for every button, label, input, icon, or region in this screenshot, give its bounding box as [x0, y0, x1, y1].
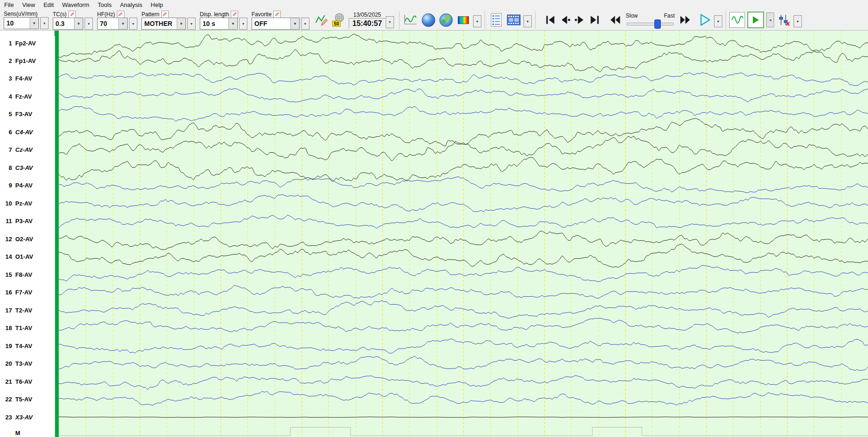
topography-globe-icon[interactable]: [438, 12, 454, 28]
channel-row[interactable]: 23X3-AV: [0, 413, 55, 421]
menu-item-waveform[interactable]: Waveform: [58, 0, 93, 9]
speed-slider-handle[interactable]: [654, 19, 661, 29]
channel-row[interactable]: 3F4-AV: [0, 75, 55, 83]
settings-mini-dropdown[interactable]: ▼: [794, 15, 802, 27]
time-mini-dropdown[interactable]: ▼: [386, 16, 394, 28]
channel-row[interactable]: 16F7-AV: [0, 288, 55, 297]
sens-label: Sens(uV/mm): [4, 11, 37, 17]
tc-combobox[interactable]: 0.3 ▼: [53, 18, 83, 30]
tc-mini-dropdown[interactable]: ▼: [85, 18, 93, 30]
channel-label: T4-AV: [15, 343, 32, 350]
channel-row[interactable]: 19T4-AV: [0, 342, 55, 350]
play-button[interactable]: [696, 12, 714, 28]
speed-slider-track[interactable]: [626, 19, 675, 28]
edit-pencil-icon[interactable]: [231, 11, 238, 18]
channel-row[interactable]: 5F3-AV: [0, 110, 55, 119]
channel-row[interactable]: 17T2-AV: [0, 306, 55, 314]
chevron-down-icon[interactable]: ▼: [30, 18, 38, 29]
hf-mini-dropdown[interactable]: ▼: [129, 18, 137, 30]
play-mini-dropdown[interactable]: ▼: [714, 15, 722, 27]
hf-label: HF(Hz): [97, 11, 115, 18]
montage-marker-strip: [55, 30, 59, 437]
trend-wave-button[interactable]: [403, 12, 419, 28]
edit-pencil-icon[interactable]: [273, 11, 281, 18]
channel-row[interactable]: 18T1-AV: [0, 324, 55, 332]
toolbar: Sens(uV/mm) 10 ▼ ▼ TC(s) 0.3 ▼ ▼ HF(Hz): [0, 10, 868, 31]
disp-length-combobox[interactable]: 10 s ▼: [200, 18, 238, 30]
chevron-down-icon[interactable]: ▼: [290, 18, 299, 29]
skip-to-end-button[interactable]: [588, 13, 602, 27]
menu-item-file[interactable]: File: [0, 0, 18, 9]
fast-forward-button[interactable]: [678, 13, 692, 27]
chevron-down-icon[interactable]: ▼: [177, 18, 185, 29]
video-mini-dropdown[interactable]: ▼: [523, 15, 532, 27]
edit-pencil-icon[interactable]: [68, 11, 76, 18]
edit-pencil-icon[interactable]: [117, 11, 124, 18]
channel-number: 22: [0, 396, 12, 403]
channel-row[interactable]: 6C4-AV: [0, 128, 55, 136]
menu-item-tools[interactable]: Tools: [93, 0, 116, 9]
channel-row[interactable]: 15F8-AV: [0, 270, 55, 279]
channel-number: 23: [0, 414, 12, 421]
time-display: 15:40:57: [349, 18, 386, 29]
favorite-mini-dropdown[interactable]: ▼: [301, 18, 309, 30]
menu-bar: FileViewEditWaveformToolsAnalysisHelp: [0, 0, 868, 10]
edit-pencil-icon[interactable]: [161, 11, 169, 18]
notch-filter-50hz-button[interactable]: 50: [331, 12, 347, 28]
chevron-down-icon[interactable]: ▼: [74, 18, 83, 29]
annotation-list-button[interactable]: [488, 12, 504, 28]
video-filmstrip-button[interactable]: [506, 12, 522, 28]
favorite-combobox[interactable]: OFF ▼: [252, 18, 300, 30]
disp-length-mini-dropdown[interactable]: ▼: [239, 18, 247, 30]
collapse-toolbar-button[interactable]: ◂: [766, 12, 774, 27]
channel-number: 2: [0, 57, 12, 64]
channel-label: Fp1-AV: [15, 57, 36, 64]
chevron-down-icon[interactable]: ▼: [118, 18, 127, 29]
marker-channel-row[interactable]: M: [0, 429, 55, 437]
waveform-canvas[interactable]: [59, 30, 868, 437]
channel-row[interactable]: 2Fp1-AV: [0, 56, 55, 65]
channel-row[interactable]: 7Cz-AV: [0, 146, 55, 154]
pattern-combobox[interactable]: MOTHER ▼: [142, 18, 186, 30]
sens-mini-dropdown[interactable]: ▼: [40, 17, 49, 29]
channel-row[interactable]: 1Fp2-AV: [0, 39, 55, 47]
brain-map-sphere-icon[interactable]: [420, 12, 436, 28]
disp-length-group: Disp. length 10 s ▼ ▼: [200, 11, 247, 29]
channel-row[interactable]: 9P4-AV: [0, 181, 55, 190]
menu-item-help[interactable]: Help: [147, 0, 167, 9]
map-mini-dropdown[interactable]: ▼: [473, 15, 481, 27]
pattern-mini-dropdown[interactable]: ▼: [187, 18, 196, 30]
channel-label: C4-AV: [15, 129, 33, 136]
rewind-button[interactable]: [609, 13, 622, 27]
channel-row[interactable]: 21T6-AV: [0, 377, 55, 386]
channel-row[interactable]: 14O1-AV: [0, 253, 55, 261]
colormap-icon[interactable]: [456, 12, 471, 28]
channel-row[interactable]: 11P3-AV: [0, 217, 55, 225]
sens-value: 10: [4, 18, 30, 29]
channel-number: 12: [0, 236, 12, 243]
wave-window-button[interactable]: [729, 12, 745, 28]
speed-slider-groove: [627, 23, 674, 25]
montage-settings-button[interactable]: [776, 12, 791, 27]
skip-to-start-button[interactable]: [543, 13, 557, 27]
wave-edit-button[interactable]: [314, 12, 329, 28]
hf-combobox[interactable]: 70 ▼: [97, 18, 128, 30]
page-forward-button[interactable]: [573, 13, 587, 27]
channel-label: F4-AV: [15, 75, 32, 82]
menu-item-analysis[interactable]: Analysis: [116, 0, 146, 9]
channel-row[interactable]: 4Fz-AV: [0, 92, 55, 100]
channel-number: 16: [0, 289, 12, 296]
playback-speed-slider[interactable]: Slow Fast: [626, 12, 675, 28]
channel-row[interactable]: 10Pz-AV: [0, 199, 55, 207]
menu-item-view[interactable]: View: [18, 0, 39, 9]
page-back-button[interactable]: [558, 13, 572, 27]
channel-row[interactable]: 20T3-AV: [0, 360, 55, 368]
channel-row[interactable]: 12O2-AV: [0, 235, 55, 243]
channel-row[interactable]: 22T5-AV: [0, 395, 55, 404]
eeg-workspace: 1Fp2-AV2Fp1-AV3F4-AV4Fz-AV5F3-AV6C4-AV7C…: [0, 30, 868, 437]
menu-item-edit[interactable]: Edit: [39, 0, 58, 9]
live-play-button[interactable]: [747, 12, 764, 28]
sens-combobox[interactable]: 10 ▼: [4, 17, 39, 29]
chevron-down-icon[interactable]: ▼: [228, 18, 237, 29]
channel-row[interactable]: 8C3-AV: [0, 163, 55, 172]
